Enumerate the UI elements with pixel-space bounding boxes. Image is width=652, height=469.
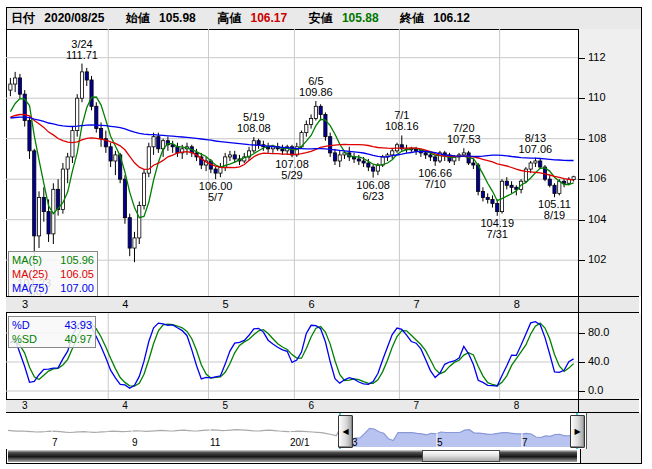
- stochastic-legend: %D 43.93 %SD 40.97: [8, 316, 96, 348]
- price-axis-panel: 112110108106104102: [578, 29, 641, 296]
- price-tick-label: 108: [588, 132, 606, 144]
- percent-d-value: 43.93: [64, 318, 92, 332]
- price-tick-mark: [579, 220, 585, 221]
- month-label: 4: [122, 298, 128, 310]
- percent-d-row: %D 43.93: [12, 318, 92, 332]
- ma25-label: MA(25): [12, 267, 48, 281]
- stoch-tick-label: 80.0: [588, 326, 609, 338]
- ma75-label: MA(75): [12, 281, 48, 295]
- price-tick-label: 110: [588, 91, 606, 103]
- svg-text:7/10: 7/10: [424, 178, 445, 190]
- quote-header-bar: 日付 2020/08/25 始値 105.98 高値 106.17 安値 105…: [6, 7, 642, 30]
- month-axis-stochastic: 345678: [6, 399, 639, 413]
- close-label: 終値: [400, 8, 424, 29]
- month-label: 5: [222, 400, 228, 411]
- ma75-row: MA(75) 107.00: [12, 281, 94, 295]
- navigator-period-label: 11: [210, 437, 220, 448]
- navigator-period-label: 20/1: [290, 437, 309, 448]
- price-tick-mark: [579, 58, 585, 59]
- svg-text:109.86: 109.86: [299, 86, 333, 98]
- month-label: 8: [514, 400, 520, 411]
- percent-sd-label: %SD: [12, 332, 37, 346]
- svg-text:108.16: 108.16: [385, 120, 419, 132]
- navigator-period-label: 7: [522, 437, 528, 448]
- month-label: 7: [413, 400, 419, 411]
- month-label: 6: [308, 400, 314, 411]
- open-label: 始値: [126, 8, 150, 29]
- month-label: 4: [122, 400, 128, 411]
- left-arrow-icon: ◀: [342, 427, 348, 436]
- month-axis-main: 345678: [6, 296, 639, 313]
- ma5-value: 105.96: [60, 253, 94, 267]
- ma75-value: 107.00: [60, 281, 94, 295]
- stoch-tick-mark: [579, 362, 585, 363]
- ma5-label: MA(5): [12, 253, 42, 267]
- price-tick-mark: [579, 98, 585, 99]
- open-value: 105.98: [159, 8, 196, 29]
- date-value: 2020/08/25: [44, 8, 104, 29]
- percent-d-label: %D: [12, 318, 30, 332]
- stoch-tick-mark: [579, 333, 585, 334]
- navigator-history-line: [8, 427, 341, 436]
- percent-sd-value: 40.97: [64, 332, 92, 346]
- price-tick-mark: [579, 139, 585, 140]
- ma-legend: MA(5) 105.96 MA(25) 106.05 MA(75) 107.00: [8, 251, 98, 297]
- ma25-row: MA(25) 106.05: [12, 267, 94, 281]
- navigator-right-panel: [586, 413, 641, 449]
- low-value: 105.88: [342, 8, 379, 29]
- navigator-period-label: 5: [437, 437, 443, 448]
- history-navigator[interactable]: 791120/1357: [6, 413, 586, 449]
- month-label: 6: [308, 298, 314, 310]
- month-label: 8: [514, 298, 520, 310]
- stoch-tick-label: 40.0: [588, 355, 609, 367]
- percent-sd-row: %SD 40.97: [12, 332, 92, 346]
- high-label: 高値: [217, 8, 241, 29]
- price-tick-mark: [579, 260, 585, 261]
- price-tick-label: 112: [588, 51, 606, 63]
- navigator-period-label: 7: [52, 437, 58, 448]
- month-label: 5: [222, 298, 228, 310]
- ma25-value: 106.05: [60, 267, 94, 281]
- ma5-row: MA(5) 105.96: [12, 253, 94, 267]
- stochastic-axis-panel: 80.040.00.0: [578, 313, 641, 399]
- navigator-right-handle[interactable]: ▶: [570, 415, 585, 448]
- price-tick-label: 106: [588, 172, 606, 184]
- low-label: 安値: [309, 8, 333, 29]
- scrollbar-right-panel: [580, 449, 641, 463]
- price-tick-label: 104: [588, 213, 606, 225]
- navigator-left-handle[interactable]: ◀: [338, 415, 353, 448]
- right-arrow-icon: ▶: [574, 427, 580, 436]
- svg-text:7/31: 7/31: [487, 228, 508, 240]
- close-value: 106.12: [433, 8, 470, 29]
- svg-text:8/19: 8/19: [544, 209, 565, 221]
- price-tick-label: 102: [588, 253, 606, 265]
- horizontal-scrollbar-thumb[interactable]: [422, 450, 500, 462]
- stoch-tick-mark: [579, 391, 585, 392]
- stoch-tick-label: 0.0: [588, 384, 603, 396]
- svg-text:108.08: 108.08: [237, 122, 271, 134]
- svg-text:107.53: 107.53: [447, 133, 481, 145]
- price-tick-mark: [579, 179, 585, 180]
- svg-text:5/7: 5/7: [208, 191, 223, 203]
- month-label: 3: [22, 400, 28, 411]
- date-label: 日付: [11, 8, 35, 29]
- month-label: 3: [22, 298, 28, 310]
- svg-text:111.71: 111.71: [66, 49, 98, 61]
- svg-text:6/23: 6/23: [362, 190, 383, 202]
- month-label: 7: [413, 298, 419, 310]
- high-value: 106.17: [250, 8, 287, 29]
- svg-text:107.06: 107.06: [519, 143, 553, 155]
- svg-text:5/29: 5/29: [281, 169, 302, 181]
- navigator-period-label: 9: [132, 437, 138, 448]
